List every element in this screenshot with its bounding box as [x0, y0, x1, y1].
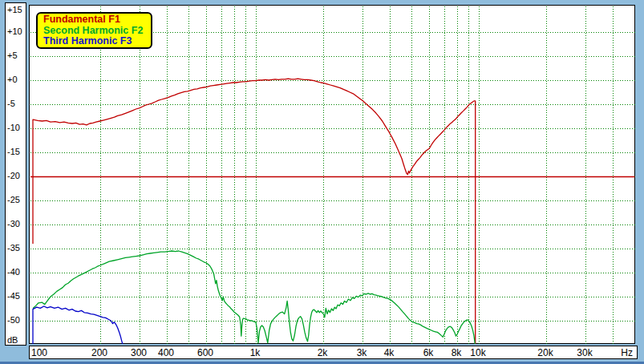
- y-tick-label: -30: [7, 219, 20, 229]
- x-tick-label: 10k: [470, 347, 485, 358]
- y-tick-label: -45: [7, 291, 20, 301]
- plot-area: [29, 5, 635, 344]
- curve-third-harmonic: [33, 306, 124, 345]
- x-tick-label: 100: [31, 347, 47, 358]
- y-tick-label: +0: [7, 75, 18, 84]
- x-tick-label: 6k: [423, 347, 434, 358]
- y-tick-label: +15: [7, 5, 22, 14]
- y-tick-label: -10: [7, 123, 20, 132]
- y-tick-label: +10: [7, 26, 22, 36]
- y-tick-label: +5: [7, 51, 18, 60]
- x-tick-label: 30k: [577, 347, 592, 358]
- x-tick-label: 2k: [318, 347, 328, 358]
- y-tick-label: -5: [7, 99, 15, 108]
- y-tick-label: -20: [7, 171, 20, 180]
- x-tick-label: 400: [158, 347, 174, 358]
- legend-box: Fundamental F1 Second Harmonic F2 Third …: [36, 12, 152, 49]
- y-tick-label: -35: [7, 243, 20, 253]
- x-tick-label: 600: [197, 347, 213, 358]
- measurement-window: Fundamental F1 Second Harmonic F2 Third …: [0, 0, 644, 364]
- x-tick-label: 1k: [250, 347, 261, 358]
- grid-lines: [30, 6, 635, 344]
- legend-item-third-harmonic: Third Harmonic F3: [43, 36, 151, 47]
- frequency-response-chart: [30, 6, 636, 345]
- x-axis-unit-label: Hz: [621, 347, 633, 358]
- legend-item-fundamental: Fundamental F1: [43, 14, 151, 26]
- curve-second-harmonic: [33, 251, 476, 345]
- curve-fundamental: [33, 79, 476, 345]
- y-tick-label: -15: [7, 147, 20, 156]
- y-tick-label: -25: [7, 195, 20, 204]
- x-tick-label: 300: [131, 347, 147, 358]
- x-tick-label: 8k: [452, 347, 462, 358]
- x-tick-label: 4k: [384, 347, 395, 358]
- x-tick-label: 20k: [537, 347, 553, 358]
- x-tick-label: 3k: [357, 347, 367, 358]
- x-tick-label: 200: [91, 347, 107, 358]
- y-axis-unit-label: dB: [7, 335, 18, 345]
- y-tick-label: -50: [7, 315, 20, 325]
- y-tick-label: -40: [7, 267, 20, 277]
- legend-item-second-harmonic: Second Harmonic F2: [43, 26, 151, 37]
